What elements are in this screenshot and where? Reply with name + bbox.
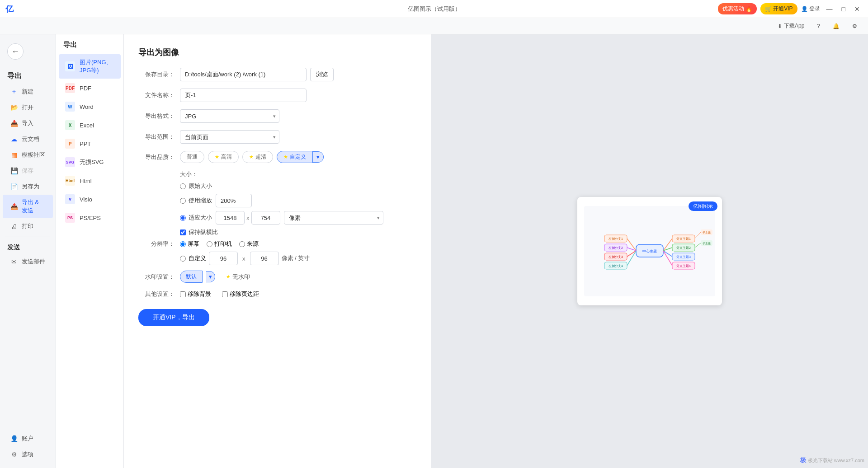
download-app-button[interactable]: ⬇ 下载App — [774, 20, 808, 32]
format-select[interactable]: JPG PNG BMP GIF — [180, 109, 279, 123]
range-select[interactable]: 当前页面 所有页面 — [180, 130, 279, 144]
watermark-btn-group: 默认 ▾ — [180, 271, 222, 283]
download-app-label: 下载App — [784, 22, 804, 30]
format-control: JPG PNG BMP GIF — [180, 109, 416, 123]
minimize-button[interactable]: — — [824, 5, 835, 14]
sidebar-item-open[interactable]: 📂 打开 — [3, 100, 53, 115]
watermark-dropdown-btn[interactable]: ▾ — [206, 271, 215, 282]
format-item-html[interactable]: Html Html — [59, 172, 121, 190]
original-size-radio[interactable] — [180, 183, 186, 189]
sidebar-item-import[interactable]: 📥 导入 — [3, 116, 53, 131]
login-label: 登录 — [809, 5, 820, 13]
login-button[interactable]: 👤 登录 — [801, 5, 820, 13]
sidebar-item-cloud[interactable]: ☁ 云文档 — [3, 131, 53, 147]
sidebar-item-print[interactable]: 🖨 打印 — [3, 219, 53, 234]
remove-margin-checkbox[interactable] — [222, 291, 228, 297]
custom-dpi-radio[interactable] — [180, 256, 186, 262]
preview-panel: 亿图图示 中心主题 分支主题1 分支主题2 分支主题3 — [431, 34, 868, 468]
cloud-label: 云文档 — [22, 135, 39, 143]
quality-control: 普通 ★ 高清 ★ 超清 ★ 自定义 ▾ — [180, 151, 416, 163]
remove-bg-checkbox[interactable] — [180, 291, 186, 297]
quality-custom-arrow-btn[interactable]: ▾ — [313, 151, 324, 163]
sidebar-item-email[interactable]: ✉ 发送邮件 — [3, 254, 53, 269]
svg-format-label: 无损SVG — [80, 158, 104, 166]
excel-format-label: Excel — [80, 122, 94, 129]
ps-format-icon: PS — [65, 213, 75, 223]
watermark-default-btn[interactable]: 默认 — [180, 271, 203, 283]
adaptive-size-row: 适应大小 x 像素 英寸 — [180, 211, 416, 225]
format-item-visio[interactable]: V Visio — [59, 190, 121, 208]
html-format-label: Html — [80, 178, 92, 184]
notification-button[interactable]: 🔔 — [829, 21, 843, 31]
maximize-button[interactable]: □ — [839, 5, 848, 14]
img-format-icon: 🖼 — [65, 61, 75, 71]
dpi-x-label: x — [242, 255, 245, 262]
custom-dpi-y-input[interactable] — [250, 252, 279, 265]
img-format-label: 图片(PNG、JPG等) — [80, 58, 114, 75]
adaptive-size-radio[interactable] — [180, 215, 186, 221]
dpi-source-radio[interactable] — [239, 241, 245, 247]
save-path-input[interactable] — [180, 68, 307, 81]
adaptive-size-label: 适应大小 — [189, 214, 212, 222]
sidebar-item-saveas[interactable]: 📄 另存为 — [3, 179, 53, 194]
back-button[interactable]: ← — [7, 43, 24, 60]
quality-normal-btn[interactable]: 普通 — [180, 151, 204, 163]
vip-button[interactable]: 🛒 开通VIP — [760, 3, 797, 14]
sidebar-item-export[interactable]: 📤 导出 & 发送 — [3, 195, 53, 218]
format-item-img[interactable]: 🖼 图片(PNG、JPG等) — [59, 54, 121, 79]
quality-row: 导出品质： 普通 ★ 高清 ★ 超清 ★ — [138, 151, 416, 163]
help-button[interactable]: ? — [813, 21, 824, 31]
excel-format-icon: X — [65, 120, 75, 130]
svg-text:子主题: 子主题 — [703, 231, 711, 234]
format-item-excel[interactable]: X Excel — [59, 116, 121, 134]
unit-select[interactable]: 像素 英寸 — [284, 211, 383, 225]
export-label: 导出 & 发送 — [22, 198, 46, 215]
browse-button[interactable]: 浏览 — [310, 68, 334, 81]
preview-container: 亿图图示 中心主题 分支主题1 分支主题2 分支主题3 — [577, 197, 722, 305]
scale-input[interactable] — [216, 194, 252, 207]
sidebar-item-options[interactable]: ⚙ 选项 — [3, 447, 53, 462]
format-item-svg[interactable]: SVG 无损SVG — [59, 153, 121, 171]
height-input[interactable] — [251, 211, 280, 225]
keep-ratio-checkbox[interactable] — [180, 229, 186, 235]
custom-dpi-row: 自定义 x 像素 / 英寸 — [138, 252, 416, 265]
settings-button[interactable]: ⚙ — [849, 21, 861, 31]
other-settings-row: 其他设置： 移除背景 移除页边距 — [138, 290, 416, 298]
sidebar-item-new[interactable]: ＋ 新建 — [3, 84, 53, 99]
filename-input[interactable] — [180, 89, 307, 102]
format-item-pdf[interactable]: PDF PDF — [59, 79, 121, 97]
pdf-format-icon: PDF — [65, 83, 75, 93]
width-input[interactable] — [216, 211, 245, 225]
format-item-ps[interactable]: PS PS/EPS — [59, 209, 121, 227]
quality-buttons: 普通 ★ 高清 ★ 超清 ★ 自定义 ▾ — [180, 151, 324, 163]
other-label: 其他设置： — [138, 290, 175, 298]
quality-hd-btn[interactable]: ★ 高清 — [208, 151, 239, 163]
svg-text:左侧分支1: 左侧分支1 — [609, 237, 623, 240]
cart-icon: 🛒 — [765, 6, 772, 12]
titlebar-left: 亿 — [5, 4, 15, 14]
dpi-label-row: 分辨率： 屏幕 打印机 来源 — [138, 240, 416, 248]
promo-button[interactable]: 优惠活动 🔥 — [718, 3, 757, 14]
scale-size-radio[interactable] — [180, 198, 186, 204]
custom-dpi-control: 自定义 x 像素 / 英寸 — [180, 252, 310, 265]
custom-dpi-x-input[interactable] — [209, 252, 238, 265]
format-item-ppt[interactable]: P PPT — [59, 135, 121, 153]
sidebar-item-account[interactable]: 👤 账户 — [3, 431, 53, 446]
toolbar: ⬇ 下载App ? 🔔 ⚙ — [0, 18, 868, 34]
close-button[interactable]: ✕ — [852, 5, 863, 14]
scale-size-row: 使用缩放 — [180, 194, 416, 207]
dpi-printer-radio[interactable] — [207, 241, 212, 247]
format-item-word[interactable]: W Word — [59, 98, 121, 116]
quality-uhd-btn[interactable]: ★ 超清 — [242, 151, 273, 163]
titlebar-right: 优惠活动 🔥 🛒 开通VIP 👤 登录 — □ ✕ — [718, 3, 863, 14]
save-icon: 💾 — [10, 167, 18, 175]
sidebar-item-template[interactable]: ▦ 模板社区 — [3, 147, 53, 163]
dpi-screen-option: 屏幕 — [180, 240, 199, 248]
sidebar-item-save[interactable]: 💾 保存 — [3, 163, 53, 178]
hd-star-icon: ★ — [215, 154, 219, 160]
quality-custom-btn[interactable]: ★ 自定义 — [277, 151, 313, 163]
dpi-screen-radio[interactable] — [180, 241, 186, 247]
export-vip-button[interactable]: 开通VIP，导出 — [138, 309, 209, 326]
send-section-title: 发送 — [0, 240, 56, 253]
preview-overlay-button[interactable]: 亿图图示 — [689, 201, 717, 211]
